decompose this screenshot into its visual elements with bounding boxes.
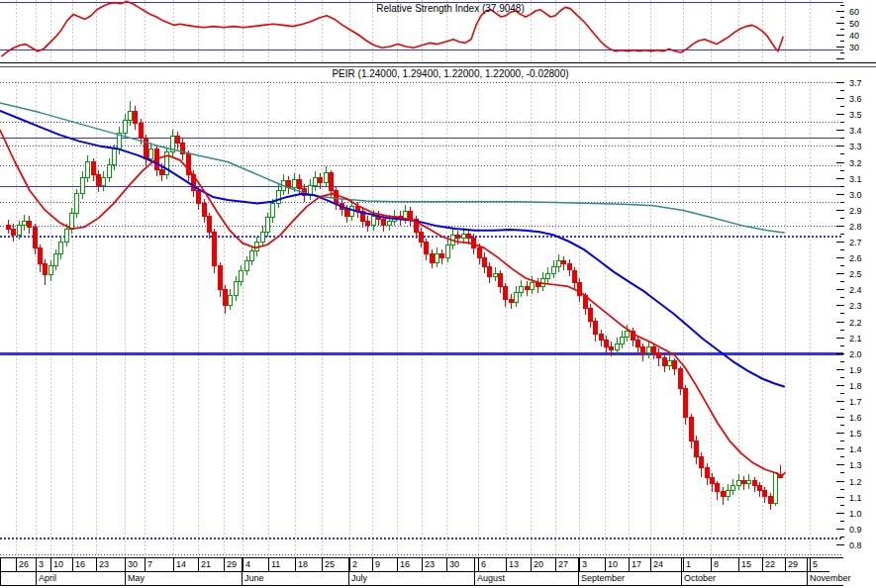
- candle-body: [557, 260, 561, 266]
- candle-body: [409, 211, 413, 219]
- candle-body: [235, 281, 239, 296]
- date-label: 26: [19, 559, 29, 569]
- date-label: 27: [558, 559, 568, 569]
- date-label: 1: [686, 559, 691, 569]
- candle-body: [314, 178, 318, 186]
- candle-body: [488, 267, 492, 277]
- candle-body: [271, 203, 275, 218]
- candle-body: [7, 226, 11, 229]
- rsi-axis: 30405060: [836, 6, 859, 59]
- candle-body: [197, 191, 201, 204]
- candle-body: [140, 124, 144, 138]
- candle-body: [657, 353, 661, 358]
- candle-body: [747, 481, 751, 484]
- candle-body: [92, 162, 96, 175]
- candle-body: [515, 293, 519, 303]
- candle-body: [456, 236, 460, 239]
- candle-body: [440, 254, 444, 257]
- ma-mid-line: [0, 111, 784, 387]
- candle-body: [372, 216, 376, 226]
- date-label: 22: [765, 559, 775, 569]
- candle-body: [605, 341, 609, 346]
- candle-body: [436, 254, 439, 262]
- candle-body: [366, 221, 370, 226]
- candle-body: [700, 456, 704, 467]
- candle-body: [531, 283, 535, 289]
- candle-body: [636, 341, 640, 346]
- price-tick-label: 1.3: [849, 460, 862, 470]
- candle-body: [758, 485, 762, 490]
- price-tick-label: 3.4: [849, 126, 862, 136]
- price-tick-label: 2.8: [849, 222, 862, 232]
- price-tick-label: 3.0: [849, 190, 862, 200]
- candle-body: [97, 174, 101, 185]
- candle-body: [737, 481, 741, 486]
- chart-canvas: 304050600.80.91.01.11.21.31.41.51.61.71.…: [0, 0, 876, 588]
- candle-body: [641, 346, 645, 352]
- candle-body: [23, 221, 27, 226]
- date-label: 24: [653, 559, 663, 569]
- candle-body: [160, 170, 164, 175]
- price-panel-title: PEIR (1.24000, 1.29400, 1.22000, 1.22000…: [332, 68, 568, 79]
- price-tick-label: 1.8: [849, 381, 862, 391]
- candle-body: [18, 226, 22, 236]
- candle-body: [589, 309, 593, 322]
- candle-body: [298, 179, 302, 189]
- candle-body: [28, 221, 32, 227]
- candle-body: [684, 388, 688, 417]
- price-tick-label: 1.7: [849, 397, 862, 407]
- candle-body: [769, 497, 773, 503]
- price-tick-label: 1.9: [849, 365, 862, 375]
- candle-body: [345, 210, 349, 216]
- date-label: 8: [714, 559, 719, 569]
- date-label: 17: [632, 559, 641, 569]
- month-label: June: [244, 573, 264, 583]
- rsi-tick-label: 30: [849, 43, 859, 52]
- candle-body: [616, 343, 620, 349]
- price-tick-label: 1.5: [849, 429, 862, 439]
- candle-body: [706, 468, 710, 478]
- candle-body: [335, 191, 339, 204]
- candle-body: [690, 417, 694, 441]
- candle-body: [49, 265, 53, 275]
- vertical-gridlines: [17, 0, 811, 557]
- date-label: 29: [227, 559, 237, 569]
- candle-body: [70, 213, 74, 229]
- candle-body: [546, 273, 550, 278]
- candle-body: [388, 221, 392, 226]
- price-tick-label: 3.2: [849, 158, 862, 168]
- month-label: August: [477, 573, 506, 583]
- candle-body: [753, 481, 757, 486]
- candle-body: [293, 179, 297, 187]
- month-label: May: [128, 573, 146, 583]
- price-tick-label: 3.3: [849, 142, 862, 151]
- candle-body: [499, 273, 503, 286]
- price-tick-label: 2.9: [849, 206, 862, 216]
- month-label: July: [351, 573, 368, 583]
- candle-body: [673, 361, 677, 369]
- candle-body: [145, 138, 148, 158]
- candle-body: [266, 218, 270, 233]
- chart-render-root: 304050600.80.91.01.11.21.31.41.51.61.71.…: [0, 0, 876, 586]
- candle-body: [108, 165, 112, 178]
- candle-body: [552, 267, 556, 273]
- candle-body: [621, 338, 625, 343]
- candle-body: [494, 273, 498, 276]
- candle-body: [774, 473, 778, 504]
- price-tick-label: 1.0: [849, 509, 862, 519]
- candle-body: [431, 254, 435, 262]
- chart-window: 304050600.80.91.01.11.21.31.41.51.61.71.…: [0, 0, 876, 588]
- candle-body: [578, 283, 582, 296]
- price-axis: 0.80.91.01.11.21.31.41.51.61.71.81.92.02…: [836, 78, 862, 550]
- candle-body: [600, 334, 604, 340]
- date-label: 7: [147, 559, 152, 569]
- date-label: 5: [813, 559, 818, 569]
- candle-body: [224, 289, 228, 305]
- candle-body: [245, 260, 249, 270]
- date-axis: 2631016233071421294111825291623306132027…: [0, 557, 851, 586]
- candle-body: [695, 441, 699, 456]
- date-label: 6: [481, 559, 486, 569]
- price-tick-label: 2.6: [849, 253, 862, 263]
- candle-body: [81, 178, 85, 194]
- candle-body: [594, 322, 598, 335]
